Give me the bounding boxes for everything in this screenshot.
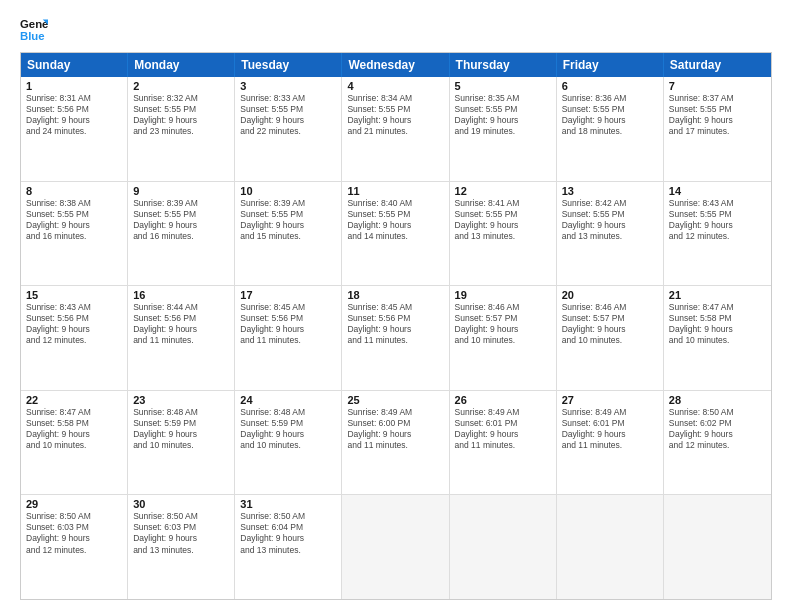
cal-cell: 20Sunrise: 8:46 AMSunset: 5:57 PMDayligh…: [557, 286, 664, 390]
calendar-header: SundayMondayTuesdayWednesdayThursdayFrid…: [21, 53, 771, 77]
cal-day-number: 3: [240, 80, 336, 92]
cal-day-number: 28: [669, 394, 766, 406]
cal-day-text: Sunrise: 8:48 AMSunset: 5:59 PMDaylight:…: [133, 407, 229, 451]
svg-text:Blue: Blue: [20, 30, 45, 42]
cal-day-text: Sunrise: 8:46 AMSunset: 5:57 PMDaylight:…: [562, 302, 658, 346]
cal-day-number: 25: [347, 394, 443, 406]
cal-day-text: Sunrise: 8:33 AMSunset: 5:55 PMDaylight:…: [240, 93, 336, 137]
cal-day-text: Sunrise: 8:45 AMSunset: 5:56 PMDaylight:…: [347, 302, 443, 346]
cal-cell: 26Sunrise: 8:49 AMSunset: 6:01 PMDayligh…: [450, 391, 557, 495]
cal-cell: 15Sunrise: 8:43 AMSunset: 5:56 PMDayligh…: [21, 286, 128, 390]
cal-cell: 3Sunrise: 8:33 AMSunset: 5:55 PMDaylight…: [235, 77, 342, 181]
cal-day-number: 26: [455, 394, 551, 406]
cal-cell: 8Sunrise: 8:38 AMSunset: 5:55 PMDaylight…: [21, 182, 128, 286]
cal-day-number: 13: [562, 185, 658, 197]
calendar: SundayMondayTuesdayWednesdayThursdayFrid…: [20, 52, 772, 600]
cal-day-number: 24: [240, 394, 336, 406]
cal-day-text: Sunrise: 8:36 AMSunset: 5:55 PMDaylight:…: [562, 93, 658, 137]
cal-cell: [664, 495, 771, 599]
cal-day-text: Sunrise: 8:48 AMSunset: 5:59 PMDaylight:…: [240, 407, 336, 451]
calendar-body: 1Sunrise: 8:31 AMSunset: 5:56 PMDaylight…: [21, 77, 771, 599]
cal-day-text: Sunrise: 8:47 AMSunset: 5:58 PMDaylight:…: [26, 407, 122, 451]
cal-day-text: Sunrise: 8:41 AMSunset: 5:55 PMDaylight:…: [455, 198, 551, 242]
cal-day-number: 6: [562, 80, 658, 92]
cal-day-text: Sunrise: 8:49 AMSunset: 6:01 PMDaylight:…: [562, 407, 658, 451]
cal-day-number: 5: [455, 80, 551, 92]
cal-cell: 31Sunrise: 8:50 AMSunset: 6:04 PMDayligh…: [235, 495, 342, 599]
cal-day-text: Sunrise: 8:49 AMSunset: 6:00 PMDaylight:…: [347, 407, 443, 451]
cal-day-number: 30: [133, 498, 229, 510]
cal-cell: 21Sunrise: 8:47 AMSunset: 5:58 PMDayligh…: [664, 286, 771, 390]
cal-day-text: Sunrise: 8:39 AMSunset: 5:55 PMDaylight:…: [240, 198, 336, 242]
cal-header-day: Tuesday: [235, 53, 342, 77]
cal-cell: [450, 495, 557, 599]
cal-day-number: 23: [133, 394, 229, 406]
cal-day-number: 17: [240, 289, 336, 301]
cal-cell: 29Sunrise: 8:50 AMSunset: 6:03 PMDayligh…: [21, 495, 128, 599]
cal-week-row: 8Sunrise: 8:38 AMSunset: 5:55 PMDaylight…: [21, 181, 771, 286]
cal-day-text: Sunrise: 8:43 AMSunset: 5:55 PMDaylight:…: [669, 198, 766, 242]
cal-cell: 24Sunrise: 8:48 AMSunset: 5:59 PMDayligh…: [235, 391, 342, 495]
cal-day-number: 2: [133, 80, 229, 92]
cal-week-row: 29Sunrise: 8:50 AMSunset: 6:03 PMDayligh…: [21, 494, 771, 599]
page: General Blue SundayMondayTuesdayWednesda…: [0, 0, 792, 612]
cal-day-number: 14: [669, 185, 766, 197]
cal-day-text: Sunrise: 8:34 AMSunset: 5:55 PMDaylight:…: [347, 93, 443, 137]
cal-day-number: 8: [26, 185, 122, 197]
cal-cell: 14Sunrise: 8:43 AMSunset: 5:55 PMDayligh…: [664, 182, 771, 286]
cal-cell: 11Sunrise: 8:40 AMSunset: 5:55 PMDayligh…: [342, 182, 449, 286]
cal-cell: 1Sunrise: 8:31 AMSunset: 5:56 PMDaylight…: [21, 77, 128, 181]
cal-week-row: 15Sunrise: 8:43 AMSunset: 5:56 PMDayligh…: [21, 285, 771, 390]
cal-day-number: 12: [455, 185, 551, 197]
cal-day-text: Sunrise: 8:39 AMSunset: 5:55 PMDaylight:…: [133, 198, 229, 242]
cal-cell: 13Sunrise: 8:42 AMSunset: 5:55 PMDayligh…: [557, 182, 664, 286]
cal-cell: 17Sunrise: 8:45 AMSunset: 5:56 PMDayligh…: [235, 286, 342, 390]
cal-day-text: Sunrise: 8:50 AMSunset: 6:03 PMDaylight:…: [133, 511, 229, 555]
cal-cell: [557, 495, 664, 599]
cal-day-number: 7: [669, 80, 766, 92]
cal-cell: 25Sunrise: 8:49 AMSunset: 6:00 PMDayligh…: [342, 391, 449, 495]
cal-day-text: Sunrise: 8:42 AMSunset: 5:55 PMDaylight:…: [562, 198, 658, 242]
cal-day-number: 20: [562, 289, 658, 301]
cal-cell: [342, 495, 449, 599]
cal-cell: 19Sunrise: 8:46 AMSunset: 5:57 PMDayligh…: [450, 286, 557, 390]
cal-day-text: Sunrise: 8:50 AMSunset: 6:03 PMDaylight:…: [26, 511, 122, 555]
cal-header-day: Thursday: [450, 53, 557, 77]
cal-day-text: Sunrise: 8:50 AMSunset: 6:04 PMDaylight:…: [240, 511, 336, 555]
cal-week-row: 1Sunrise: 8:31 AMSunset: 5:56 PMDaylight…: [21, 77, 771, 181]
cal-header-day: Monday: [128, 53, 235, 77]
header: General Blue: [20, 16, 772, 44]
cal-day-text: Sunrise: 8:38 AMSunset: 5:55 PMDaylight:…: [26, 198, 122, 242]
cal-day-number: 15: [26, 289, 122, 301]
cal-cell: 10Sunrise: 8:39 AMSunset: 5:55 PMDayligh…: [235, 182, 342, 286]
cal-day-text: Sunrise: 8:46 AMSunset: 5:57 PMDaylight:…: [455, 302, 551, 346]
cal-day-text: Sunrise: 8:44 AMSunset: 5:56 PMDaylight:…: [133, 302, 229, 346]
cal-day-number: 16: [133, 289, 229, 301]
cal-day-text: Sunrise: 8:37 AMSunset: 5:55 PMDaylight:…: [669, 93, 766, 137]
cal-day-number: 22: [26, 394, 122, 406]
cal-day-number: 9: [133, 185, 229, 197]
cal-cell: 7Sunrise: 8:37 AMSunset: 5:55 PMDaylight…: [664, 77, 771, 181]
cal-cell: 12Sunrise: 8:41 AMSunset: 5:55 PMDayligh…: [450, 182, 557, 286]
cal-header-day: Sunday: [21, 53, 128, 77]
cal-day-number: 19: [455, 289, 551, 301]
cal-cell: 9Sunrise: 8:39 AMSunset: 5:55 PMDaylight…: [128, 182, 235, 286]
cal-day-text: Sunrise: 8:45 AMSunset: 5:56 PMDaylight:…: [240, 302, 336, 346]
cal-day-number: 18: [347, 289, 443, 301]
cal-cell: 30Sunrise: 8:50 AMSunset: 6:03 PMDayligh…: [128, 495, 235, 599]
cal-day-number: 27: [562, 394, 658, 406]
cal-day-text: Sunrise: 8:49 AMSunset: 6:01 PMDaylight:…: [455, 407, 551, 451]
cal-cell: 22Sunrise: 8:47 AMSunset: 5:58 PMDayligh…: [21, 391, 128, 495]
cal-day-text: Sunrise: 8:31 AMSunset: 5:56 PMDaylight:…: [26, 93, 122, 137]
cal-header-day: Friday: [557, 53, 664, 77]
cal-day-number: 10: [240, 185, 336, 197]
cal-day-text: Sunrise: 8:43 AMSunset: 5:56 PMDaylight:…: [26, 302, 122, 346]
cal-cell: 18Sunrise: 8:45 AMSunset: 5:56 PMDayligh…: [342, 286, 449, 390]
cal-day-text: Sunrise: 8:50 AMSunset: 6:02 PMDaylight:…: [669, 407, 766, 451]
cal-cell: 6Sunrise: 8:36 AMSunset: 5:55 PMDaylight…: [557, 77, 664, 181]
cal-day-text: Sunrise: 8:40 AMSunset: 5:55 PMDaylight:…: [347, 198, 443, 242]
logo-icon: General Blue: [20, 16, 48, 44]
cal-day-text: Sunrise: 8:32 AMSunset: 5:55 PMDaylight:…: [133, 93, 229, 137]
cal-cell: 2Sunrise: 8:32 AMSunset: 5:55 PMDaylight…: [128, 77, 235, 181]
cal-header-day: Saturday: [664, 53, 771, 77]
